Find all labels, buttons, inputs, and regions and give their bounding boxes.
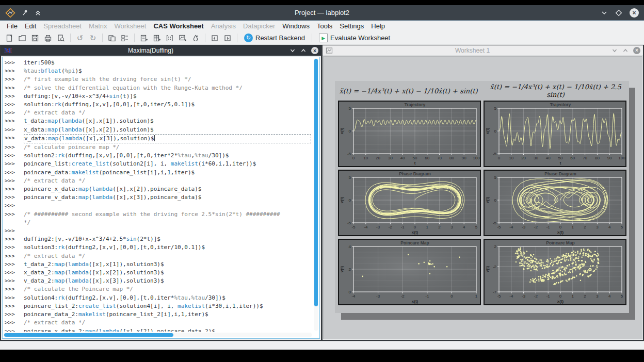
undo-icon[interactable]: ↺ bbox=[74, 32, 86, 44]
insert-matrix-icon[interactable] bbox=[164, 32, 176, 44]
svg-text:-2: -2 bbox=[388, 225, 392, 229]
svg-text:-4: -4 bbox=[509, 225, 513, 229]
plot-grid: 0102030405060708090100-505Trajectorytx(t… bbox=[335, 101, 629, 305]
console-line: >>>poincare_list:create_list(solution2[i… bbox=[5, 160, 313, 168]
console-prompt: >>> bbox=[5, 67, 24, 75]
menu-file[interactable]: File bbox=[3, 22, 21, 30]
save-document-icon[interactable] bbox=[29, 32, 41, 44]
formula-label-1[interactable]: ẍ(t) = −1/4x³(t) + x(t) − 1/10ẋ(t) + sin… bbox=[335, 87, 482, 95]
svg-text:-5: -5 bbox=[347, 221, 351, 225]
shade-icon[interactable] bbox=[289, 47, 296, 54]
svg-text:0: 0 bbox=[494, 129, 496, 134]
svg-text:Phase Diagram: Phase Diagram bbox=[544, 171, 576, 176]
horizontal-scrollbar-thumb[interactable] bbox=[4, 333, 173, 337]
minimize-icon[interactable] bbox=[601, 9, 608, 17]
restart-backend-button[interactable]: ↻ Restart Backend bbox=[240, 32, 309, 44]
shade-icon[interactable] bbox=[611, 47, 618, 54]
svg-text:v(t): v(t) bbox=[485, 266, 490, 272]
insert-text-entry-icon[interactable] bbox=[138, 32, 150, 44]
menu-tools[interactable]: Tools bbox=[313, 22, 336, 30]
console-text[interactable]: >>>iter:500$>>>%tau:bfloat(%pi)$>>>/* fi… bbox=[3, 58, 313, 332]
menu-help[interactable]: Help bbox=[367, 22, 389, 30]
new-workbook-icon[interactable] bbox=[106, 32, 118, 44]
formula-label-2[interactable]: ẍ(t) = −1/4x³(t) + x(t) − 1/10ẋ(t) + 2.5… bbox=[482, 83, 629, 98]
svg-text:2: 2 bbox=[348, 267, 351, 272]
close-subwindow-icon[interactable]: × bbox=[311, 47, 318, 54]
svg-text:20: 20 bbox=[376, 156, 380, 160]
color-theme-icon[interactable] bbox=[189, 32, 202, 44]
worksheet-view[interactable]: ẍ(t) = −1/4x³(t) + x(t) − 1/10ẋ(t) + sin… bbox=[323, 56, 642, 339]
console-line: >>>poincare_data_2:makelist(poincare_lis… bbox=[5, 310, 313, 319]
svg-text:-7: -7 bbox=[492, 290, 496, 294]
svg-text:2: 2 bbox=[494, 244, 496, 249]
console-line: >>>/* calculate poincare map */ bbox=[5, 143, 313, 152]
console-code: /* ########## second example with the dr… bbox=[24, 210, 313, 219]
plot-poincare-map-1[interactable]: -4-3-2-101024Poincare Mapx(t)v(t) bbox=[338, 239, 481, 305]
svg-text:t: t bbox=[414, 161, 415, 166]
svg-text:60: 60 bbox=[570, 156, 575, 160]
console-code: poincare_x_data:map(lambda([x],x[2]),poi… bbox=[24, 185, 313, 193]
maximize-icon[interactable] bbox=[615, 9, 622, 17]
console-line: >>>solution4:rk(duffing2,[x,v],[0,0],[t,… bbox=[5, 294, 313, 302]
console-prompt: >>> bbox=[5, 109, 24, 117]
insert-spreadsheet-icon[interactable] bbox=[151, 32, 163, 44]
console-code: poincare_v_data:map(lambda([x],x[3]),poi… bbox=[24, 193, 313, 202]
console-prompt: >>> bbox=[5, 243, 24, 252]
cas-subwindow-titlebar[interactable]: M Maxima(Duffing) × bbox=[1, 45, 321, 56]
maxima-console[interactable]: >>>iter:500$>>>%tau:bfloat(%pi)$>>>/* fi… bbox=[2, 57, 320, 339]
svg-text:Trajectory: Trajectory bbox=[404, 102, 425, 107]
insert-entry-before-icon[interactable] bbox=[208, 32, 221, 44]
close-icon[interactable]: × bbox=[630, 8, 639, 18]
console-current-entry[interactable]: v_data:map(lambda([x],x[3]),solution)$ bbox=[24, 134, 311, 143]
menu-edit[interactable]: Edit bbox=[21, 22, 40, 30]
console-line: >>>solution:rk(duffing,[x,v],[0,0],[t,0,… bbox=[5, 101, 313, 109]
console-code: solution4:rk(duffing2,[x,v],[0,0],[t,0,i… bbox=[24, 294, 313, 302]
svg-text:5: 5 bbox=[494, 106, 496, 111]
menu-windows[interactable]: Windows bbox=[279, 22, 313, 30]
insert-plot-icon[interactable] bbox=[176, 32, 189, 44]
svg-text:t: t bbox=[559, 161, 561, 166]
svg-text:80: 80 bbox=[449, 156, 454, 160]
console-code: solution3:rk(duffing2,[x,v],[0,0],[t,0,i… bbox=[24, 243, 313, 252]
print-icon[interactable] bbox=[42, 32, 54, 44]
svg-text:10: 10 bbox=[509, 156, 513, 160]
print-preview-icon[interactable] bbox=[55, 32, 67, 44]
svg-text:-5: -5 bbox=[351, 225, 356, 229]
open-document-icon[interactable] bbox=[16, 32, 28, 44]
svg-text:3: 3 bbox=[596, 294, 599, 299]
evaluate-worksheet-button[interactable]: ▶ Evaluate Worksheet bbox=[315, 32, 394, 44]
plot-phase-diagram-2[interactable]: -5-4-3-2-1012345-505Phase Diagramx(t)v(t… bbox=[484, 170, 626, 236]
restore-icon[interactable] bbox=[300, 47, 307, 54]
menu-settings[interactable]: Settings bbox=[336, 22, 367, 30]
menubar: FileEditSpreadsheetMatrixWorksheetCAS Wo… bbox=[0, 21, 644, 31]
worksheet-subwindow-titlebar[interactable]: Worksheet 1 × bbox=[323, 45, 643, 56]
insert-entry-after-icon[interactable] bbox=[221, 32, 234, 44]
console-line: >>>%tau:bfloat(%pi)$ bbox=[5, 67, 313, 75]
plot-poincare-map-2[interactable]: -5-4-3-2-10123452-2-7Poincare Mapx(t)v(t… bbox=[484, 239, 626, 305]
svg-text:0: 0 bbox=[352, 156, 355, 160]
plot-trajectory-1[interactable]: 0102030405060708090100-505Trajectorytx(t… bbox=[338, 101, 481, 167]
svg-text:v(t): v(t) bbox=[340, 266, 344, 272]
plot-phase-diagram-1[interactable]: -5-4-3-2-1012345-505Phase Diagramx(t)v(t… bbox=[338, 170, 481, 236]
new-folder-view-icon[interactable] bbox=[119, 32, 131, 44]
main-toolbar: ↺↻ ↻ Restart Backend ▶ Evaluate Workshee… bbox=[0, 31, 644, 45]
redo-icon[interactable]: ↻ bbox=[87, 32, 99, 44]
plot-trajectory-2[interactable]: 0102030405060708090100-505Trajectorytx(t… bbox=[484, 101, 626, 167]
new-document-icon[interactable] bbox=[3, 32, 15, 44]
console-line: >>>/* first example with the driving for… bbox=[5, 75, 313, 84]
restore-icon[interactable] bbox=[622, 47, 629, 54]
menu-cas-worksheet[interactable]: CAS Worksheet bbox=[150, 22, 207, 30]
toolbar-separator bbox=[70, 34, 71, 42]
close-subwindow-icon[interactable]: × bbox=[633, 47, 640, 54]
collapse-toolbar-icon[interactable] bbox=[35, 9, 41, 16]
window-title: Project — labplot2 bbox=[119, 9, 525, 17]
console-line: >>>v_data:map(lambda([x],x[3]),solution)… bbox=[5, 134, 313, 143]
horizontal-scrollbar[interactable] bbox=[4, 333, 312, 337]
console-code: solution:rk(duffing,[x,v],[0,0],[t,0,ite… bbox=[24, 101, 313, 109]
formula-row: ẍ(t) = −1/4x³(t) + x(t) − 1/10ẋ(t) + sin… bbox=[335, 81, 629, 101]
pin-icon[interactable] bbox=[22, 9, 28, 16]
svg-text:50: 50 bbox=[412, 156, 417, 160]
svg-text:0: 0 bbox=[348, 129, 351, 134]
vertical-scrollbar-thumb[interactable] bbox=[314, 59, 318, 306]
vertical-scrollbar[interactable] bbox=[314, 58, 318, 331]
